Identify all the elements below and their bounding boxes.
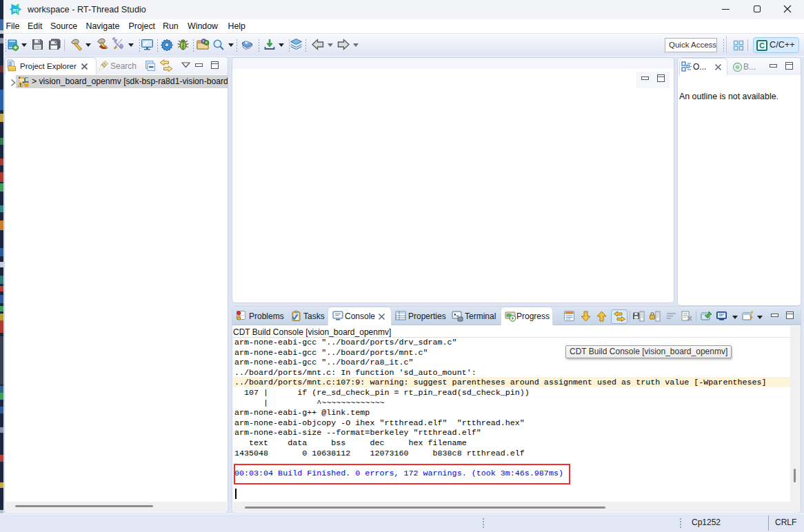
svg-text:C: C [759, 41, 765, 50]
svg-text:RT: RT [13, 8, 19, 12]
